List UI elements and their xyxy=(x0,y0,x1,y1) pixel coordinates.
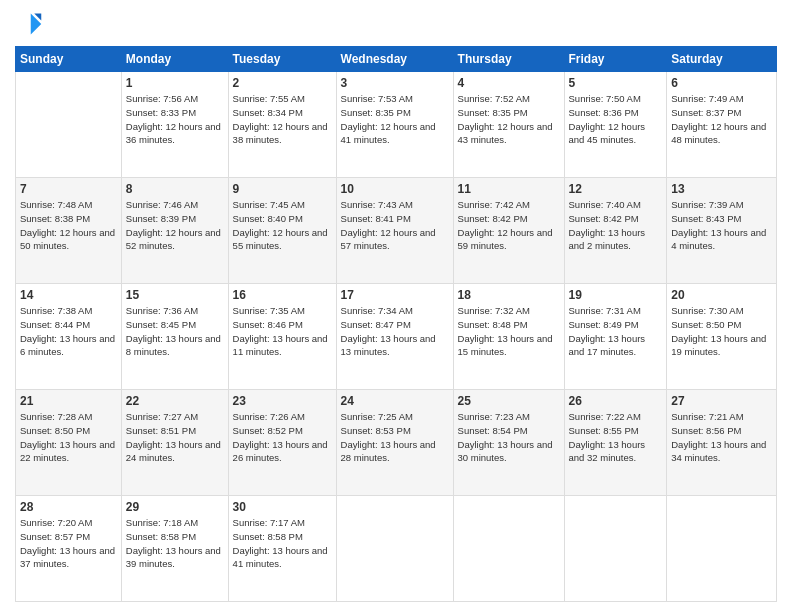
day-info: Sunrise: 7:48 AMSunset: 8:38 PMDaylight:… xyxy=(20,198,117,253)
week-row: 1Sunrise: 7:56 AMSunset: 8:33 PMDaylight… xyxy=(16,72,777,178)
day-info: Sunrise: 7:52 AMSunset: 8:35 PMDaylight:… xyxy=(458,92,560,147)
day-info: Sunrise: 7:18 AMSunset: 8:58 PMDaylight:… xyxy=(126,516,224,571)
day-cell: 10Sunrise: 7:43 AMSunset: 8:41 PMDayligh… xyxy=(336,178,453,284)
day-number: 22 xyxy=(126,394,224,408)
day-info: Sunrise: 7:55 AMSunset: 8:34 PMDaylight:… xyxy=(233,92,332,147)
logo xyxy=(15,10,47,38)
day-cell xyxy=(336,496,453,602)
header-cell: Thursday xyxy=(453,47,564,72)
day-info: Sunrise: 7:56 AMSunset: 8:33 PMDaylight:… xyxy=(126,92,224,147)
day-cell: 20Sunrise: 7:30 AMSunset: 8:50 PMDayligh… xyxy=(667,284,777,390)
day-info: Sunrise: 7:46 AMSunset: 8:39 PMDaylight:… xyxy=(126,198,224,253)
day-info: Sunrise: 7:35 AMSunset: 8:46 PMDaylight:… xyxy=(233,304,332,359)
day-info: Sunrise: 7:28 AMSunset: 8:50 PMDaylight:… xyxy=(20,410,117,465)
day-cell xyxy=(453,496,564,602)
day-number: 28 xyxy=(20,500,117,514)
day-cell xyxy=(564,496,667,602)
day-number: 13 xyxy=(671,182,772,196)
day-cell: 6Sunrise: 7:49 AMSunset: 8:37 PMDaylight… xyxy=(667,72,777,178)
day-cell: 2Sunrise: 7:55 AMSunset: 8:34 PMDaylight… xyxy=(228,72,336,178)
day-cell: 15Sunrise: 7:36 AMSunset: 8:45 PMDayligh… xyxy=(121,284,228,390)
day-number: 1 xyxy=(126,76,224,90)
day-info: Sunrise: 7:43 AMSunset: 8:41 PMDaylight:… xyxy=(341,198,449,253)
day-cell: 9Sunrise: 7:45 AMSunset: 8:40 PMDaylight… xyxy=(228,178,336,284)
day-info: Sunrise: 7:21 AMSunset: 8:56 PMDaylight:… xyxy=(671,410,772,465)
day-info: Sunrise: 7:22 AMSunset: 8:55 PMDaylight:… xyxy=(569,410,663,465)
day-cell: 21Sunrise: 7:28 AMSunset: 8:50 PMDayligh… xyxy=(16,390,122,496)
header-cell: Wednesday xyxy=(336,47,453,72)
day-number: 3 xyxy=(341,76,449,90)
day-cell: 7Sunrise: 7:48 AMSunset: 8:38 PMDaylight… xyxy=(16,178,122,284)
day-cell: 3Sunrise: 7:53 AMSunset: 8:35 PMDaylight… xyxy=(336,72,453,178)
day-cell: 1Sunrise: 7:56 AMSunset: 8:33 PMDaylight… xyxy=(121,72,228,178)
day-cell: 30Sunrise: 7:17 AMSunset: 8:58 PMDayligh… xyxy=(228,496,336,602)
day-cell: 24Sunrise: 7:25 AMSunset: 8:53 PMDayligh… xyxy=(336,390,453,496)
day-info: Sunrise: 7:32 AMSunset: 8:48 PMDaylight:… xyxy=(458,304,560,359)
day-info: Sunrise: 7:26 AMSunset: 8:52 PMDaylight:… xyxy=(233,410,332,465)
header-cell: Sunday xyxy=(16,47,122,72)
logo-icon xyxy=(15,10,43,38)
day-cell: 16Sunrise: 7:35 AMSunset: 8:46 PMDayligh… xyxy=(228,284,336,390)
day-info: Sunrise: 7:50 AMSunset: 8:36 PMDaylight:… xyxy=(569,92,663,147)
day-number: 26 xyxy=(569,394,663,408)
header-cell: Saturday xyxy=(667,47,777,72)
day-info: Sunrise: 7:20 AMSunset: 8:57 PMDaylight:… xyxy=(20,516,117,571)
day-number: 4 xyxy=(458,76,560,90)
day-info: Sunrise: 7:45 AMSunset: 8:40 PMDaylight:… xyxy=(233,198,332,253)
day-number: 18 xyxy=(458,288,560,302)
day-cell: 4Sunrise: 7:52 AMSunset: 8:35 PMDaylight… xyxy=(453,72,564,178)
day-number: 5 xyxy=(569,76,663,90)
day-number: 30 xyxy=(233,500,332,514)
day-info: Sunrise: 7:25 AMSunset: 8:53 PMDaylight:… xyxy=(341,410,449,465)
day-info: Sunrise: 7:42 AMSunset: 8:42 PMDaylight:… xyxy=(458,198,560,253)
day-cell xyxy=(667,496,777,602)
day-number: 27 xyxy=(671,394,772,408)
header-cell: Tuesday xyxy=(228,47,336,72)
day-info: Sunrise: 7:27 AMSunset: 8:51 PMDaylight:… xyxy=(126,410,224,465)
day-number: 10 xyxy=(341,182,449,196)
day-number: 19 xyxy=(569,288,663,302)
day-cell: 27Sunrise: 7:21 AMSunset: 8:56 PMDayligh… xyxy=(667,390,777,496)
day-cell: 26Sunrise: 7:22 AMSunset: 8:55 PMDayligh… xyxy=(564,390,667,496)
day-number: 12 xyxy=(569,182,663,196)
day-number: 21 xyxy=(20,394,117,408)
day-number: 17 xyxy=(341,288,449,302)
week-row: 28Sunrise: 7:20 AMSunset: 8:57 PMDayligh… xyxy=(16,496,777,602)
day-cell: 22Sunrise: 7:27 AMSunset: 8:51 PMDayligh… xyxy=(121,390,228,496)
day-info: Sunrise: 7:23 AMSunset: 8:54 PMDaylight:… xyxy=(458,410,560,465)
day-number: 8 xyxy=(126,182,224,196)
day-cell: 19Sunrise: 7:31 AMSunset: 8:49 PMDayligh… xyxy=(564,284,667,390)
day-cell: 13Sunrise: 7:39 AMSunset: 8:43 PMDayligh… xyxy=(667,178,777,284)
day-cell: 25Sunrise: 7:23 AMSunset: 8:54 PMDayligh… xyxy=(453,390,564,496)
day-info: Sunrise: 7:49 AMSunset: 8:37 PMDaylight:… xyxy=(671,92,772,147)
day-number: 29 xyxy=(126,500,224,514)
day-number: 11 xyxy=(458,182,560,196)
day-cell: 14Sunrise: 7:38 AMSunset: 8:44 PMDayligh… xyxy=(16,284,122,390)
day-number: 9 xyxy=(233,182,332,196)
day-info: Sunrise: 7:34 AMSunset: 8:47 PMDaylight:… xyxy=(341,304,449,359)
day-info: Sunrise: 7:31 AMSunset: 8:49 PMDaylight:… xyxy=(569,304,663,359)
day-number: 20 xyxy=(671,288,772,302)
day-cell: 28Sunrise: 7:20 AMSunset: 8:57 PMDayligh… xyxy=(16,496,122,602)
day-info: Sunrise: 7:30 AMSunset: 8:50 PMDaylight:… xyxy=(671,304,772,359)
day-cell: 11Sunrise: 7:42 AMSunset: 8:42 PMDayligh… xyxy=(453,178,564,284)
day-cell xyxy=(16,72,122,178)
day-info: Sunrise: 7:40 AMSunset: 8:42 PMDaylight:… xyxy=(569,198,663,253)
day-number: 15 xyxy=(126,288,224,302)
week-row: 7Sunrise: 7:48 AMSunset: 8:38 PMDaylight… xyxy=(16,178,777,284)
day-number: 2 xyxy=(233,76,332,90)
day-number: 25 xyxy=(458,394,560,408)
day-number: 23 xyxy=(233,394,332,408)
day-cell: 18Sunrise: 7:32 AMSunset: 8:48 PMDayligh… xyxy=(453,284,564,390)
day-cell: 8Sunrise: 7:46 AMSunset: 8:39 PMDaylight… xyxy=(121,178,228,284)
header-row: SundayMondayTuesdayWednesdayThursdayFrid… xyxy=(16,47,777,72)
day-number: 24 xyxy=(341,394,449,408)
day-number: 16 xyxy=(233,288,332,302)
day-cell: 12Sunrise: 7:40 AMSunset: 8:42 PMDayligh… xyxy=(564,178,667,284)
day-info: Sunrise: 7:39 AMSunset: 8:43 PMDaylight:… xyxy=(671,198,772,253)
calendar-table: SundayMondayTuesdayWednesdayThursdayFrid… xyxy=(15,46,777,602)
day-info: Sunrise: 7:36 AMSunset: 8:45 PMDaylight:… xyxy=(126,304,224,359)
header xyxy=(15,10,777,38)
day-info: Sunrise: 7:38 AMSunset: 8:44 PMDaylight:… xyxy=(20,304,117,359)
day-number: 7 xyxy=(20,182,117,196)
